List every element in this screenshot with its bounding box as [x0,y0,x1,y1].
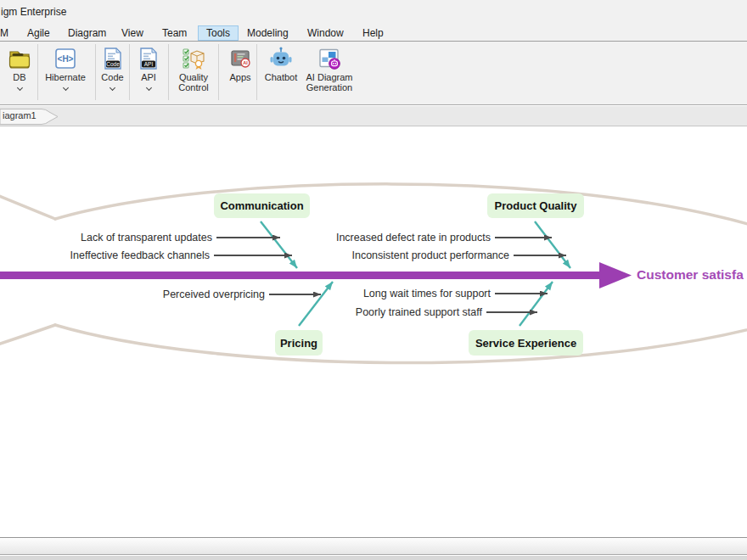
menu-item-team[interactable]: Team [162,27,187,41]
svg-text:AI: AI [243,60,248,65]
window-title: igm Enterprise [1,6,66,18]
chevron-down-icon[interactable] [110,85,115,91]
chatbot-button-label: Chatbot [265,72,298,82]
quality-control-button[interactable]: Quality Control [170,44,217,103]
ai-diagram-generation-icon [317,44,342,72]
ai-diagram-label-line1: AI Diagram [306,72,352,82]
chevron-down-icon[interactable] [16,85,22,91]
cause-inconsistent-product-performance[interactable]: Inconsistent product performance [351,248,509,263]
fish-tail-outline-bottom [0,325,55,345]
chevron-down-icon[interactable] [145,85,151,91]
code-file-icon: Code [100,44,126,72]
menu-item-modeling[interactable]: Modeling [247,27,289,41]
tab-diagram1[interactable]: iagram1 [3,110,37,120]
svg-text:API: API [144,60,154,66]
menu-item-diagram[interactable]: Diagram [68,27,106,41]
quality-control-label-line2: Control [178,82,208,92]
menu-item-help[interactable]: Help [362,27,384,41]
diagram-tab-bar: iagram1 [0,106,747,126]
fishbone-spine-arrowhead [599,262,632,288]
chatbot-button[interactable]: Chatbot [260,44,302,103]
db-button[interactable]: DB [2,44,37,103]
svg-text:<H>: <H> [58,54,74,64]
status-bar [0,538,747,555]
cause-perceived-overpricing[interactable]: Perceived overpricing [163,287,265,302]
fish-tail-outline-top [0,194,55,219]
effect-label[interactable]: Customer satisfa [637,267,744,283]
bone-pricing[interactable] [299,282,333,326]
database-icon [7,44,32,72]
diagram-canvas[interactable]: Communication Product Quality Pricing Se… [0,126,747,537]
code-button-label: Code [101,72,123,82]
menu-item-tools-active[interactable]: Tools [198,25,239,41]
menu-item-truncated[interactable]: M [0,27,8,41]
bone-product-quality[interactable] [535,221,570,268]
hibernate-icon: <H> [53,44,78,72]
cause-increased-defect-rate[interactable]: Increased defect rate in products [336,230,491,245]
bone-communication[interactable] [261,221,297,268]
api-file-icon: API [136,44,161,72]
toolbar-separator [256,44,257,100]
chevron-down-icon[interactable] [62,85,68,91]
category-pricing[interactable]: Pricing [275,330,323,356]
ai-diagram-label-line2: Generation [306,82,352,92]
bone-service-experience[interactable] [520,282,553,326]
toolbar-ribbon: DB <H> Hibernate Code Code [0,42,747,105]
category-product-quality[interactable]: Product Quality [487,193,584,218]
code-button[interactable]: Code Code [96,44,129,103]
menu-item-window[interactable]: Window [307,27,344,41]
apps-icon: AI [227,44,253,72]
cause-ineffective-feedback-channels[interactable]: Ineffective feedback channels [70,248,210,263]
apps-button-label: Apps [229,72,250,82]
toolbar-separator [168,44,169,100]
fishbone-diagram [0,126,747,537]
svg-text:Code: Code [106,60,120,66]
cause-poorly-trained-staff[interactable]: Poorly trained support staff [356,305,482,320]
menu-item-view[interactable]: View [121,27,143,41]
cause-long-wait-times[interactable]: Long wait times for support [363,286,491,301]
api-button-label: API [141,72,156,82]
title-bar: igm Enterprise [0,0,747,25]
fish-body-outline-bottom [55,325,747,363]
cause-lack-of-transparent-updates[interactable]: Lack of transparent updates [81,230,212,245]
chatbot-icon [268,44,294,72]
api-button[interactable]: API API [130,44,167,103]
hibernate-button-label: Hibernate [45,72,86,82]
quality-control-icon [181,44,206,72]
fish-body-outline-top [55,184,747,227]
db-button-label: DB [13,72,25,82]
visual-paradigm-window: { "window": { "title": "igm Enterprise" … [0,0,747,560]
menu-item-agile[interactable]: Agile [27,27,50,41]
category-service-experience[interactable]: Service Experience [469,330,583,356]
category-communication[interactable]: Communication [214,193,310,218]
quality-control-label-line1: Quality [179,72,208,82]
menu-bar: M Agile Diagram View Team Tools Modeling… [0,25,747,42]
fishbone-spine[interactable] [0,272,599,279]
window-bottom-edge [0,556,747,560]
toolbar-separator [218,44,219,100]
hibernate-button[interactable]: <H> Hibernate [38,44,93,103]
apps-button[interactable]: AI Apps [221,44,260,103]
ai-diagram-generation-button[interactable]: AI Diagram Generation [299,44,360,103]
